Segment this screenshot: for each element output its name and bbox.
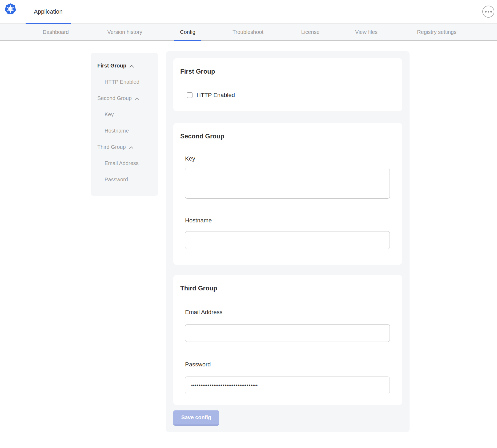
password-input[interactable] <box>185 377 390 394</box>
tab-dashboard[interactable]: Dashboard <box>43 23 69 41</box>
sidebar-item-http-enabled[interactable]: HTTP Enabled <box>91 74 158 90</box>
tab-troubleshoot[interactable]: Troubleshoot <box>233 23 263 41</box>
config-sidebar: First Group HTTP Enabled Second Group Ke… <box>91 53 158 196</box>
sidebar-item-email-address[interactable]: Email Address <box>91 155 158 171</box>
chevron-up-icon <box>135 97 139 100</box>
key-textarea[interactable] <box>185 168 390 199</box>
group-title: First Group <box>180 68 395 75</box>
chevron-up-icon <box>129 65 134 68</box>
overflow-menu-button[interactable] <box>482 6 494 18</box>
tab-view-files[interactable]: View files <box>355 23 378 41</box>
group-title: Second Group <box>180 133 395 140</box>
save-config-button[interactable]: Save config <box>173 410 219 426</box>
sidebar-item-third-group[interactable]: Third Group <box>91 139 158 155</box>
hostname-label: Hostname <box>185 217 395 224</box>
password-label: Password <box>185 361 395 368</box>
email-address-input[interactable] <box>185 324 390 342</box>
app-title: Application <box>34 8 63 15</box>
tab-config[interactable]: Config <box>180 23 195 41</box>
http-enabled-label: HTTP Enabled <box>197 92 235 99</box>
chevron-up-icon <box>129 146 134 149</box>
config-group-card-third: Third Group Email Address Password <box>173 275 402 405</box>
tab-version-history[interactable]: Version history <box>107 23 142 41</box>
sidebar-item-password[interactable]: Password <box>91 171 158 188</box>
app-navbar: Dashboard Version history Config Trouble… <box>0 23 497 41</box>
http-enabled-row: HTTP Enabled <box>187 92 395 99</box>
sidebar-item-key[interactable]: Key <box>91 106 158 123</box>
config-group-card-first: First Group HTTP Enabled <box>173 58 402 111</box>
key-label: Key <box>185 155 395 162</box>
sidebar-item-hostname[interactable]: Hostname <box>91 123 158 139</box>
http-enabled-checkbox[interactable] <box>187 92 193 98</box>
kubernetes-logo-icon <box>4 3 17 15</box>
tab-registry-settings[interactable]: Registry settings <box>417 23 456 41</box>
config-group-card-second: Second Group Key Hostname <box>173 123 402 265</box>
sidebar-item-first-group[interactable]: First Group <box>91 58 158 74</box>
sidebar-item-second-group[interactable]: Second Group <box>91 90 158 106</box>
config-panel: First Group HTTP Enabled Second Group Ke… <box>166 51 410 432</box>
email-address-label: Email Address <box>185 309 395 315</box>
tab-license[interactable]: License <box>301 23 320 41</box>
hostname-input[interactable] <box>185 231 390 249</box>
tab-application[interactable]: Application <box>26 0 71 23</box>
app-header: Application <box>0 0 497 23</box>
group-title: Third Group <box>180 285 395 292</box>
ellipsis-icon <box>485 11 487 13</box>
